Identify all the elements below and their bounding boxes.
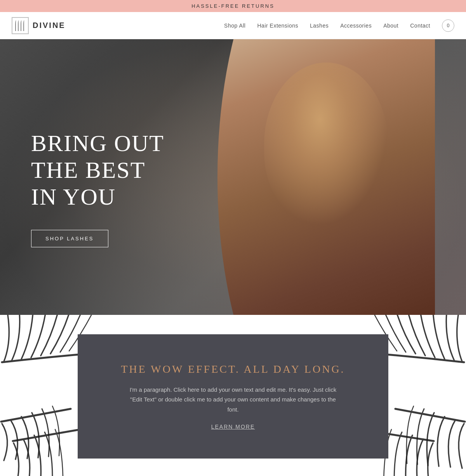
cart-button[interactable]: 0 [442,19,454,32]
nav-shop-all[interactable]: Shop All [224,23,245,29]
hero-title-line2: THE BEST [31,157,145,183]
logo-waves-icon [15,20,25,31]
nav-contact[interactable]: Contact [410,23,430,29]
wow-card: THE WOW EFFECT. ALL DAY LONG. I'm a para… [78,334,388,459]
nav-hair-extensions[interactable]: Hair Extensions [257,23,298,29]
hero-title: BRING OUT THE BEST IN YOU [31,130,164,210]
hero-title-line1: BRING OUT [31,130,164,156]
hero-face-highlight [264,63,388,226]
cart-icon: 0 [442,19,454,32]
logo-icon [12,17,29,34]
logo-link[interactable]: DIVINE [12,17,66,34]
wow-title: THE WOW EFFECT. ALL DAY LONG. [121,363,345,375]
lashes-section: THE WOW EFFECT. ALL DAY LONG. I'm a para… [0,315,466,476]
shop-lashes-button[interactable]: SHOP LASHES [31,230,108,247]
hero-person-image [202,39,435,315]
hero-title-line3: IN YOU [31,184,116,210]
navbar: DIVINE Shop All Hair Extensions Lashes A… [0,12,466,39]
logo-text: DIVINE [33,21,66,30]
learn-more-link[interactable]: LEARN MORE [211,424,255,430]
promo-banner-text: HASSLE-FREE RETURNS [191,3,275,9]
wow-body-text: I'm a paragraph. Click here to add your … [124,385,342,415]
promo-banner: HASSLE-FREE RETURNS [0,0,466,12]
nav-accessories[interactable]: Accessories [340,23,372,29]
nav-links: Shop All Hair Extensions Lashes Accessor… [224,19,454,32]
hero-content: BRING OUT THE BEST IN YOU SHOP LASHES [0,107,164,247]
hero-section: BRING OUT THE BEST IN YOU SHOP LASHES [0,39,466,315]
cart-count: 0 [447,23,450,28]
nav-lashes[interactable]: Lashes [310,23,329,29]
nav-about[interactable]: About [383,23,398,29]
